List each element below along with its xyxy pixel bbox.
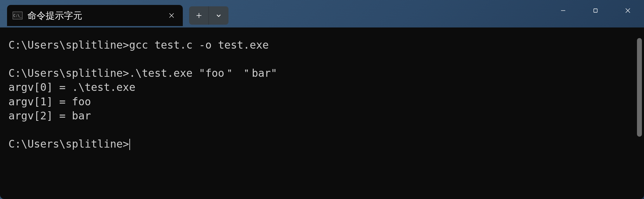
tab-title: 命令提示字元 [27,10,166,22]
tab-actions [189,6,228,25]
scrollbar[interactable] [637,38,642,137]
terminal-line [8,52,636,66]
minimize-icon [560,8,566,13]
svg-rect-0 [594,9,597,12]
maximize-icon [593,8,598,13]
cursor [129,139,130,150]
new-tab-button[interactable] [189,6,209,25]
plus-icon [195,12,202,19]
terminal-line: argv[2] = bar [8,109,636,123]
terminal-line [8,123,636,137]
minimize-button[interactable] [547,0,579,21]
tab-close-button[interactable] [166,10,177,21]
maximize-button[interactable] [579,0,612,21]
terminal-line: C:\Users\splitline>gcc test.c -o test.ex… [8,38,636,52]
terminal-output[interactable]: C:\Users\splitline>gcc test.c -o test.ex… [0,27,644,199]
cmd-icon: C:\_ [13,12,22,19]
close-icon [169,13,174,18]
active-tab[interactable]: C:\_ 命令提示字元 [7,5,183,26]
window-close-button[interactable] [612,0,644,21]
close-icon [625,8,631,13]
terminal-line: argv[0] = .\test.exe [8,80,636,94]
terminal-line: C:\Users\splitline>.\test.exe "foo＂ ＂bar… [8,66,636,80]
terminal-prompt-line: C:\Users\splitline> [8,137,636,151]
window-controls [547,0,644,21]
title-bar: C:\_ 命令提示字元 [0,0,644,27]
tab-dropdown-button[interactable] [209,6,228,25]
terminal-line: argv[1] = foo [8,95,636,109]
chevron-down-icon [215,12,222,19]
